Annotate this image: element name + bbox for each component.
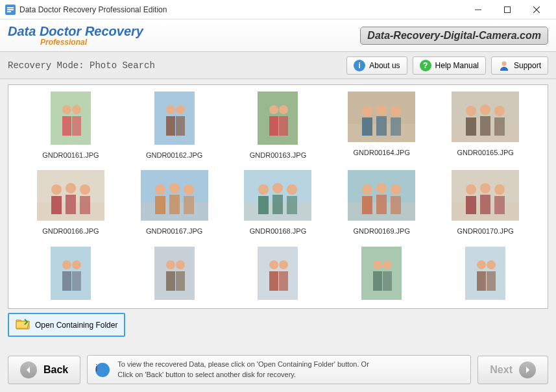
svg-rect-3 — [7, 11, 11, 12]
thumbnail-item[interactable] — [124, 247, 225, 308]
thumbnail-item[interactable]: GNDR00162.JPG — [124, 92, 225, 167]
help-icon: ? — [420, 60, 431, 71]
support-button[interactable]: Support — [491, 56, 548, 75]
svg-rect-63 — [287, 196, 297, 214]
svg-point-68 — [391, 184, 401, 195]
thumbnail-item[interactable]: GNDR00166.JPG — [20, 170, 121, 243]
info-icon: i — [354, 60, 365, 71]
thumbnail-item[interactable] — [331, 247, 432, 308]
thumbnail-item[interactable]: GNDR00168.JPG — [228, 170, 329, 243]
svg-point-51 — [169, 183, 180, 193]
svg-point-28 — [391, 106, 401, 116]
maximize-button[interactable] — [492, 1, 522, 19]
svg-rect-37 — [466, 117, 476, 136]
svg-rect-93 — [269, 271, 278, 291]
svg-point-74 — [466, 184, 476, 195]
svg-point-11 — [72, 105, 81, 114]
thumbnail-image — [244, 170, 311, 221]
thumbnails-panel: GNDR00161.JPGGNDR00162.JPGGNDR00163.JPGG… — [8, 84, 548, 309]
svg-rect-18 — [176, 116, 185, 136]
svg-rect-31 — [391, 117, 401, 136]
svg-point-34 — [466, 106, 476, 116]
svg-rect-104 — [487, 271, 496, 291]
svg-point-86 — [166, 260, 175, 269]
thumbnail-filename: GNDR00167.JPG — [146, 227, 202, 235]
open-folder-label: Open Containing Folder — [35, 321, 117, 330]
thumbnail-image — [452, 170, 519, 221]
svg-rect-47 — [80, 196, 90, 214]
svg-rect-55 — [184, 196, 194, 214]
thumbnail-item[interactable]: GNDR00169.JPG — [331, 170, 432, 243]
svg-point-58 — [258, 184, 269, 195]
svg-point-102 — [487, 260, 496, 269]
svg-point-36 — [494, 106, 505, 116]
app-logo: Data Doctor Recovery Professional — [8, 24, 143, 47]
svg-point-59 — [272, 183, 283, 193]
svg-point-60 — [287, 184, 297, 195]
titlebar: Data Doctor Recovery Professional Editio… — [0, 0, 556, 19]
thumbnail-filename: GNDR00165.JPG — [457, 149, 513, 156]
back-label: Back — [43, 364, 68, 376]
svg-rect-1 — [7, 7, 14, 8]
window-title: Data Doctor Recovery Professional Editio… — [19, 5, 463, 14]
svg-rect-17 — [166, 116, 175, 136]
thumbnails-grid[interactable]: GNDR00161.JPGGNDR00162.JPGGNDR00163.JPGG… — [8, 85, 548, 308]
thumbnail-item[interactable]: GNDR00165.JPG — [435, 92, 536, 167]
thumbnail-item[interactable] — [435, 247, 536, 308]
svg-point-82 — [72, 260, 81, 269]
svg-rect-22 — [269, 116, 278, 136]
thumbnail-image — [452, 92, 519, 142]
svg-point-52 — [184, 184, 194, 195]
svg-point-92 — [279, 260, 288, 269]
svg-point-8 — [502, 61, 506, 66]
svg-rect-5 — [504, 6, 510, 12]
logo-main: Data Doctor Recovery — [8, 24, 143, 38]
thumbnail-filename: GNDR00163.JPG — [250, 151, 306, 159]
svg-rect-79 — [494, 196, 505, 214]
thumbnail-item[interactable]: GNDR00170.JPG — [435, 170, 536, 243]
thumbnail-filename: GNDR00169.JPG — [354, 227, 410, 235]
close-button[interactable] — [522, 1, 551, 19]
thumbnail-item[interactable]: GNDR00167.JPG — [124, 170, 225, 243]
thumbnail-item[interactable]: GNDR00164.JPG — [331, 92, 432, 167]
svg-rect-103 — [477, 271, 486, 291]
svg-point-101 — [477, 260, 486, 269]
svg-point-16 — [176, 105, 185, 114]
open-containing-folder-button[interactable]: Open Containing Folder — [8, 313, 125, 337]
svg-point-42 — [51, 184, 62, 195]
svg-point-96 — [373, 260, 382, 269]
folder-icon — [16, 318, 30, 332]
next-label: Next — [490, 364, 513, 376]
svg-rect-30 — [376, 116, 387, 136]
svg-rect-83 — [62, 271, 71, 291]
minimize-button[interactable] — [463, 1, 492, 19]
thumbnail-item[interactable]: GNDR00161.JPG — [20, 92, 121, 167]
app-icon — [5, 5, 16, 15]
hint-line1: To view the recovered Data, please click… — [117, 360, 369, 369]
svg-point-10 — [62, 105, 71, 114]
svg-rect-29 — [362, 117, 372, 136]
hint-line2: Click on 'Back' button to select another… — [117, 370, 369, 380]
back-button[interactable]: Back — [8, 356, 80, 384]
thumbnail-item[interactable] — [228, 247, 329, 308]
svg-rect-54 — [169, 195, 180, 214]
about-button[interactable]: i About us — [346, 56, 407, 75]
header: Data Doctor Recovery Professional Data-R… — [0, 19, 556, 52]
svg-point-67 — [376, 183, 387, 193]
svg-rect-94 — [279, 271, 288, 291]
svg-rect-61 — [258, 196, 269, 214]
svg-point-97 — [383, 260, 392, 269]
help-button[interactable]: ? Help Manual — [413, 56, 486, 75]
next-button[interactable]: Next — [477, 356, 548, 384]
svg-point-15 — [166, 105, 175, 114]
svg-point-44 — [80, 184, 90, 195]
thumbnail-item[interactable]: GNDR00163.JPG — [228, 92, 329, 167]
recovery-mode-label: Recovery Mode: Photo Search — [8, 60, 155, 71]
svg-rect-98 — [373, 271, 382, 291]
svg-rect-78 — [480, 195, 490, 214]
svg-rect-84 — [72, 271, 81, 291]
thumbnail-filename: GNDR00161.JPG — [42, 151, 99, 159]
thumbnail-item[interactable] — [20, 247, 121, 308]
thumbnail-filename: GNDR00166.JPG — [42, 227, 99, 235]
svg-point-50 — [155, 184, 165, 195]
